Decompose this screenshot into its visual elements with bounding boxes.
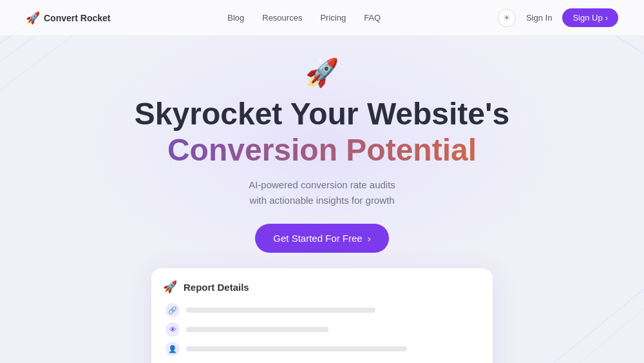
logo[interactable]: 🚀 Convert Rocket	[26, 11, 110, 25]
logo-text: Convert Rocket	[44, 13, 110, 23]
preview-item-3-bar	[186, 346, 407, 351]
hero-title-line1: Skyrocket Your Website's	[0, 97, 644, 132]
signin-button[interactable]: Sign In	[526, 13, 552, 23]
preview-header-title: Report Details	[184, 282, 249, 293]
svg-line-7	[580, 303, 644, 363]
preview-header: 🚀 Report Details	[163, 280, 481, 294]
preview-item-3-icon: 👤	[166, 342, 180, 356]
nav-faq[interactable]: FAQ	[364, 13, 381, 23]
navbar: 🚀 Convert Rocket Blog Resources Pricing …	[0, 0, 644, 36]
hero-rocket-icon: 🚀	[0, 57, 644, 88]
hero-cta-label: Get Started For Free	[273, 233, 362, 244]
signup-arrow-icon: ›	[605, 13, 608, 23]
hero-title-line2: Conversion Potential	[0, 132, 644, 169]
preview-items-list: 🔗 👁 👤	[163, 303, 481, 356]
signup-button[interactable]: Sign Up ›	[562, 8, 618, 27]
nav-pricing[interactable]: Pricing	[320, 13, 346, 23]
hero-section: 🚀 Skyrocket Your Website's Conversion Po…	[0, 36, 644, 253]
signup-label: Sign Up	[573, 13, 602, 23]
sun-icon: ☀	[503, 13, 511, 23]
hero-cta-button[interactable]: Get Started For Free ›	[255, 224, 388, 253]
preview-item-1-bar	[186, 308, 375, 313]
preview-item-3: 👤	[166, 342, 481, 356]
nav-links: Blog Resources Pricing FAQ	[227, 13, 381, 23]
hero-subtitle-line2: with actionable insights for growth	[249, 195, 394, 206]
hero-cta-arrow-icon: ›	[368, 233, 371, 244]
preview-item-1: 🔗	[166, 303, 481, 317]
nav-blog[interactable]: Blog	[227, 13, 244, 23]
preview-item-2: 👁	[166, 322, 481, 337]
preview-item-2-icon: 👁	[166, 322, 180, 337]
report-preview-card: 🚀 Report Details 🔗 👁 👤 p paracable.com	[151, 268, 493, 363]
svg-line-6	[554, 284, 644, 363]
hero-subtitle-line1: AI-powered conversion rate audits	[249, 179, 395, 190]
preview-header-rocket-icon: 🚀	[163, 280, 177, 294]
theme-toggle-button[interactable]: ☀	[498, 9, 516, 27]
preview-item-2-bar	[186, 327, 328, 332]
nav-right-actions: ☀ Sign In Sign Up ›	[498, 8, 618, 27]
nav-resources[interactable]: Resources	[262, 13, 302, 23]
logo-rocket-icon: 🚀	[26, 11, 40, 25]
preview-item-1-icon: 🔗	[166, 303, 180, 317]
hero-subtitle: AI-powered conversion rate audits with a…	[0, 177, 644, 208]
